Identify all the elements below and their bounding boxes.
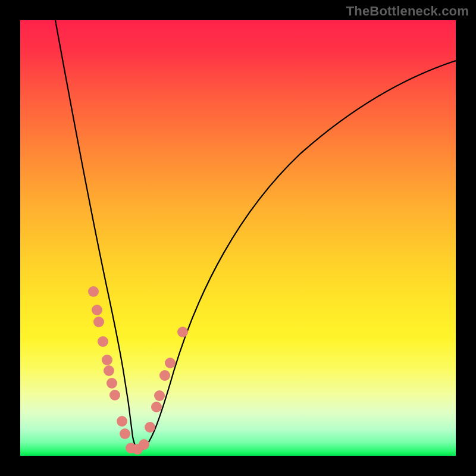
scatter-dot (165, 358, 176, 368)
scatter-dot (177, 327, 188, 337)
scatter-dot (154, 390, 165, 401)
scatter-dot (107, 378, 117, 389)
marker-group (88, 286, 188, 455)
scatter-dot (109, 390, 120, 400)
scatter-dot (145, 422, 155, 433)
scatter-dot (151, 402, 162, 412)
scatter-dot (159, 370, 170, 381)
plot-area (20, 20, 456, 456)
scatter-dot (93, 317, 104, 327)
scatter-dot (139, 439, 149, 450)
scatter-dot (98, 336, 108, 347)
chart-frame: TheBottleneck.com (0, 0, 476, 476)
watermark-text: TheBottleneck.com (346, 4, 469, 19)
scatter-dot (92, 305, 102, 315)
scatter-dot (120, 428, 130, 439)
scatter-dot (102, 355, 112, 365)
scatter-dot (117, 416, 127, 427)
scatter-dot (88, 286, 99, 297)
v-curve (20, 20, 456, 456)
scatter-dot (104, 365, 114, 376)
